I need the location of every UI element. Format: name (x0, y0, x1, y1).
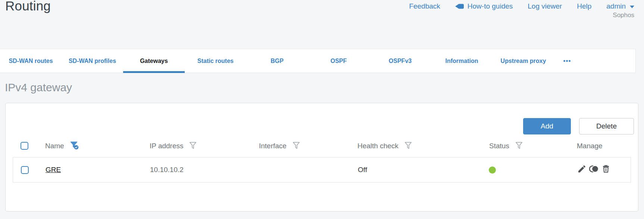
log-viewer-link[interactable]: Log viewer (528, 2, 562, 10)
tab-static-routes[interactable]: Static routes (185, 49, 246, 73)
section-title: IPv4 gateway (5, 81, 72, 94)
column-header-interface: Interface (259, 142, 287, 150)
delete-button[interactable]: Delete (579, 118, 634, 134)
user-menu[interactable]: admin (606, 2, 634, 10)
clone-icon[interactable] (589, 164, 599, 175)
table-row: GRE 10.10.10.2 Off (13, 157, 631, 182)
filter-funnel-icon[interactable] (515, 141, 523, 152)
select-all-checkbox[interactable] (21, 142, 28, 150)
howto-guides-link[interactable]: How-to guides (455, 2, 513, 10)
filter-funnel-icon[interactable] (292, 141, 300, 152)
column-header-status: Status (489, 142, 509, 150)
column-header-manage: Manage (577, 142, 603, 150)
tab-sd-wan-routes[interactable]: SD-WAN routes (0, 49, 62, 73)
chevron-down-icon (630, 6, 634, 8)
filter-funnel-icon[interactable] (404, 141, 412, 152)
add-button[interactable]: Add (523, 118, 571, 134)
delete-icon[interactable] (601, 164, 610, 175)
howto-guides-label: How-to guides (468, 2, 513, 10)
edit-icon[interactable] (577, 164, 587, 175)
tab-ospfv3[interactable]: OSPFv3 (369, 49, 431, 73)
status-dot (489, 166, 496, 174)
tab-overflow-menu[interactable]: ••• (554, 49, 580, 73)
tab-bgp[interactable]: BGP (246, 49, 308, 73)
ipv4-gateway-panel: Add Delete Name IP address (5, 103, 638, 212)
column-header-name: Name (45, 142, 64, 150)
tab-information[interactable]: Information (431, 49, 493, 73)
gateway-ip-address: 10.10.10.2 (150, 166, 184, 174)
filter-funnel-icon[interactable] (189, 141, 197, 152)
gateway-table: Name IP address Interfac (13, 134, 631, 182)
help-link[interactable]: Help (577, 2, 591, 10)
filter-funnel-active-icon[interactable] (70, 141, 79, 152)
tab-upstream-proxy[interactable]: Upstream proxy (493, 49, 554, 73)
gateway-name-link[interactable]: GRE (46, 166, 61, 174)
page-title: Routing (5, 0, 51, 13)
column-header-ip-address: IP address (150, 142, 183, 150)
header-links: Feedback How-to guides Log viewer Help a… (409, 2, 634, 10)
video-camera-icon (455, 3, 464, 9)
column-header-health-check: Health check (357, 142, 398, 150)
tab-ospf[interactable]: OSPF (308, 49, 369, 73)
log-viewer-label: Log viewer (528, 2, 562, 10)
user-menu-label: admin (606, 2, 626, 10)
feedback-label: Feedback (409, 2, 440, 10)
feedback-link[interactable]: Feedback (409, 2, 440, 10)
gateway-health-check: Off (358, 166, 367, 174)
help-label: Help (577, 2, 591, 10)
tab-gateways[interactable]: Gateways (123, 49, 185, 73)
tab-sd-wan-profiles[interactable]: SD-WAN profiles (62, 49, 123, 73)
row-checkbox[interactable] (21, 166, 29, 174)
table-header-row: Name IP address Interfac (13, 134, 631, 157)
brand-label: Sophos (613, 12, 634, 19)
tab-bar: SD-WAN routes SD-WAN profiles Gateways S… (0, 49, 636, 73)
